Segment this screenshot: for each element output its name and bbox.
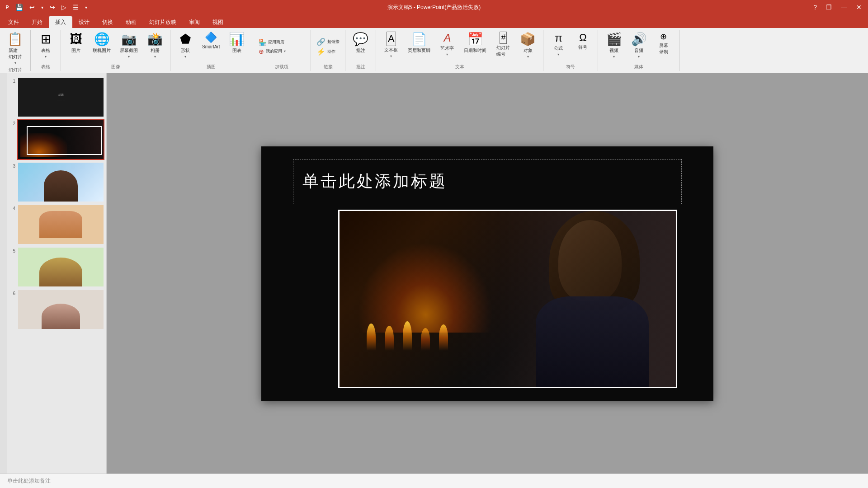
shape-icon: ⬟ — [180, 32, 191, 47]
tab-review[interactable]: 审阅 — [183, 16, 206, 28]
chart-icon: 📊 — [229, 32, 245, 47]
symbol-btn[interactable]: Ω 符号 — [571, 30, 594, 52]
ribbon-group-illustration-content: ⬟ 形状 ▾ 🔷 SmartArt 📊 图表 — [174, 30, 248, 64]
audio-btn[interactable]: 🔊 音频 ▾ — [627, 30, 651, 61]
table-dropdown[interactable]: ▾ — [45, 55, 47, 59]
ribbon-group-newslide: 📋 新建幻灯片 ▾ 幻灯片 — [0, 30, 31, 71]
online-image-btn[interactable]: 🌐 联机图片 — [89, 30, 114, 56]
tab-insert[interactable]: 插入 — [49, 16, 72, 28]
qa-dropdown-btn[interactable]: ▾ — [83, 4, 89, 11]
album-label: 相册 — [151, 47, 160, 54]
minimize-btn[interactable]: — — [838, 3, 850, 12]
online-image-label: 联机图片 — [93, 47, 111, 54]
audio-dropdown[interactable]: ▾ — [638, 55, 640, 59]
slide-num-3: 3 — [9, 164, 15, 169]
screenshot-btn[interactable]: 📷 屏幕截图 ▾ — [116, 30, 142, 61]
slide-thumb-5[interactable] — [17, 247, 104, 287]
datetime-label: 日期和时间 — [464, 47, 486, 54]
tab-animation[interactable]: 动画 — [119, 16, 143, 28]
screenshot-dropdown[interactable]: ▾ — [128, 55, 130, 59]
screenrecord-label: 屏幕录制 — [659, 42, 668, 55]
hyperlink-btn[interactable]: 🔗 超链接 — [315, 38, 341, 47]
album-dropdown[interactable]: ▾ — [154, 55, 156, 59]
slide-title-box[interactable]: 单击此处添加标题 — [293, 159, 682, 204]
screenrecord-icon: ⊕ — [660, 32, 667, 42]
shape-dropdown[interactable]: ▾ — [184, 55, 186, 59]
screenrecord-btn[interactable]: ⊕ 屏幕录制 — [652, 30, 675, 57]
slide-thumb-6-inner — [18, 290, 104, 329]
restore-window-btn[interactable]: ❐ — [823, 3, 835, 12]
image-btn[interactable]: 🖼 图片 — [65, 30, 87, 56]
slide-thumb-2[interactable] — [17, 119, 104, 160]
undo-dropdown-btn[interactable]: ▾ — [39, 4, 45, 11]
textbox-btn[interactable]: A 文本框 ▾ — [380, 30, 402, 60]
slide-thumb-3-inner — [18, 163, 104, 202]
slide-thumb-5-inner — [18, 248, 104, 286]
video-dropdown[interactable]: ▾ — [613, 55, 615, 59]
ribbon-group-image: 🖼 图片 🌐 联机图片 📷 屏幕截图 ▾ 📸 相册 ▾ 图像 — [61, 30, 170, 71]
shape-btn[interactable]: ⬟ 形状 ▾ — [174, 30, 197, 61]
slide-row-6: 6 — [9, 289, 104, 330]
slide-image-inner — [340, 211, 676, 387]
slide-thumb-6[interactable] — [17, 289, 104, 330]
slide-thumb-3[interactable] — [17, 162, 104, 202]
tab-transition[interactable]: 切换 — [96, 16, 119, 28]
new-slide-btn[interactable]: 📋 新建幻灯片 ▾ — [4, 30, 27, 67]
undo-qa-btn[interactable]: ↩ — [28, 3, 37, 12]
formula-dropdown[interactable]: ▾ — [557, 52, 559, 56]
customize-qa-btn[interactable]: ☰ — [71, 3, 80, 12]
left-scrollbar[interactable] — [0, 73, 7, 474]
slidenum-btn[interactable]: # 幻灯片编号 — [492, 30, 514, 59]
myapps-dropdown[interactable]: ▾ — [284, 49, 286, 53]
tab-file[interactable]: 文件 — [2, 16, 25, 28]
slide-thumb-1[interactable]: 标题 ··············· — [17, 77, 104, 117]
ribbon-group-addins: 🏪 应用商店 ⊕ 我的应用 ▾ 加载项 — [252, 30, 311, 71]
notes-placeholder[interactable]: 单击此处添加备注 — [7, 477, 51, 485]
slide-thumb-4[interactable] — [17, 204, 104, 245]
close-btn[interactable]: ✕ — [854, 3, 864, 12]
ribbon-group-media-content: 🎬 视频 ▾ 🔊 音频 ▾ ⊕ 屏幕录制 — [603, 30, 675, 64]
datetime-btn[interactable]: 📅 日期和时间 — [460, 30, 490, 56]
dress — [536, 296, 649, 387]
wordart-btn[interactable]: A 艺术字 ▾ — [436, 30, 458, 58]
wordart-dropdown[interactable]: ▾ — [446, 52, 448, 56]
textbox-dropdown[interactable]: ▾ — [390, 54, 392, 58]
help-btn[interactable]: ? — [811, 3, 820, 12]
comment-btn[interactable]: 💬 批注 — [349, 30, 372, 56]
formula-label: 公式 — [554, 45, 563, 52]
appstore-btn[interactable]: 🏪 应用商店 — [257, 38, 307, 47]
table-btn[interactable]: ⊞ 表格 ▾ — [34, 30, 57, 61]
ribbon-group-addins-content: 🏪 应用商店 ⊕ 我的应用 ▾ — [257, 30, 307, 64]
tab-design[interactable]: 设计 — [72, 16, 96, 28]
smartart-btn[interactable]: 🔷 SmartArt — [198, 30, 223, 51]
album-btn[interactable]: 📸 相册 ▾ — [143, 30, 166, 61]
headerfoot-btn[interactable]: 📄 页眉和页脚 — [404, 30, 434, 56]
tab-start[interactable]: 开始 — [25, 16, 49, 28]
save-qa-btn[interactable]: 💾 — [14, 3, 25, 12]
new-slide-dropdown[interactable]: ▾ — [14, 61, 16, 65]
formula-btn[interactable]: π 公式 ▾ — [547, 30, 570, 58]
chart-label: 图表 — [232, 47, 241, 54]
myapps-btn[interactable]: ⊕ 我的应用 ▾ — [257, 47, 307, 56]
object-icon: 📦 — [520, 32, 536, 47]
object-btn[interactable]: 📦 对象 ▾ — [516, 30, 539, 61]
ribbon-group-comment: 💬 批注 批注 — [345, 30, 376, 71]
notes-bar[interactable]: 单击此处添加备注 — [0, 474, 868, 488]
canvas-area: 单击此处添加标题 — [107, 73, 868, 474]
slide-title-text[interactable]: 单击此处添加标题 — [302, 170, 447, 192]
slide-row-3: 3 — [9, 162, 104, 202]
object-dropdown[interactable]: ▾ — [527, 55, 529, 59]
audio-icon: 🔊 — [631, 32, 647, 47]
redo-qa-btn[interactable]: ↪ — [48, 3, 57, 12]
slide-image-box[interactable] — [338, 210, 677, 388]
present-qa-btn[interactable]: ▷ — [60, 3, 68, 12]
slide-num-1: 1 — [9, 79, 15, 84]
slidenum-label: 幻灯片编号 — [496, 45, 510, 57]
action-icon: ⚡ — [316, 48, 326, 56]
tab-view[interactable]: 视图 — [206, 16, 230, 28]
slide-canvas[interactable]: 单击此处添加标题 — [261, 146, 713, 401]
chart-btn[interactable]: 📊 图表 — [225, 30, 248, 56]
video-btn[interactable]: 🎬 视频 ▾ — [603, 30, 626, 61]
action-btn[interactable]: ⚡ 动作 — [315, 47, 337, 56]
tab-slideshow[interactable]: 幻灯片放映 — [143, 16, 183, 28]
